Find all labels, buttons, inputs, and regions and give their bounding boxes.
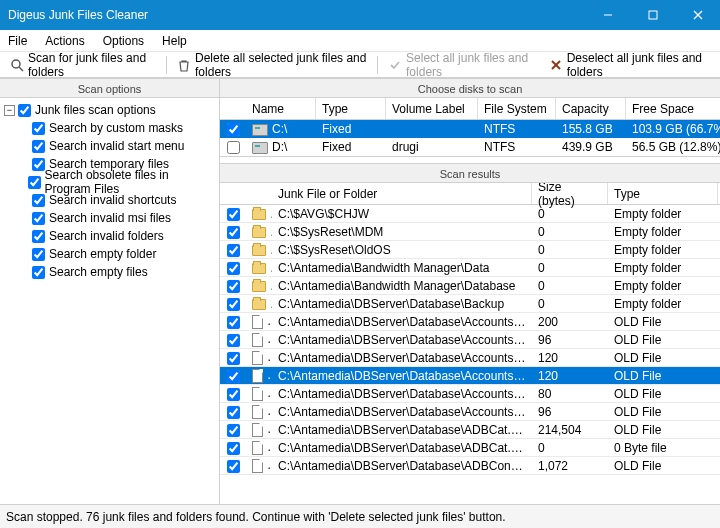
folder-icon [252, 245, 266, 256]
tree-item-check[interactable] [32, 194, 45, 207]
tree-item[interactable]: Search invalid msi files [4, 210, 215, 226]
result-check[interactable] [227, 262, 240, 275]
close-button[interactable] [675, 0, 720, 30]
titlebar: Digeus Junk Files Cleaner [0, 0, 720, 30]
tree-root-check[interactable] [18, 104, 31, 117]
disks-pane: Choose disks to scan Name Type Volume La… [220, 78, 720, 157]
minimize-button[interactable] [585, 0, 630, 30]
scan-options-header: Scan options [0, 78, 219, 98]
svg-point-4 [12, 60, 20, 68]
menu-actions[interactable]: Actions [45, 34, 84, 48]
tree-item[interactable]: Search invalid start menu [4, 138, 215, 154]
result-row[interactable]: C:\Antamedia\DBServer\Database\AccountsC… [220, 349, 720, 367]
tree-item-check[interactable] [32, 122, 45, 135]
result-row[interactable]: C:\Antamedia\DBServer\Database\Backup0Em… [220, 295, 720, 313]
folder-icon [252, 227, 266, 238]
tree-item-check[interactable] [32, 212, 45, 225]
results-pane: Scan results Junk File or Folder Size (b… [220, 163, 720, 504]
check-icon [388, 57, 402, 73]
result-check[interactable] [227, 406, 240, 419]
file-icon [252, 405, 263, 419]
file-icon [252, 423, 263, 437]
menu-file[interactable]: File [8, 34, 27, 48]
result-row[interactable]: C:\Antamedia\DBServer\Database\ADBCat.AD… [220, 439, 720, 457]
svg-rect-1 [649, 11, 657, 19]
result-row[interactable]: C:\Antamedia\DBServer\Database\AccountsH… [220, 367, 720, 385]
tree-item-check[interactable] [32, 140, 45, 153]
tree-item-check[interactable] [28, 176, 41, 189]
status-text: Scan stopped. 76 junk files and folders … [6, 510, 506, 524]
tree-item-check[interactable] [32, 230, 45, 243]
result-row[interactable]: C:\Antamedia\Bandwidth Manager\Data0Empt… [220, 259, 720, 277]
folder-icon [252, 209, 266, 220]
results-header: Scan results [220, 163, 720, 183]
result-check[interactable] [227, 334, 240, 347]
file-icon [252, 333, 263, 347]
tree-item-check[interactable] [32, 266, 45, 279]
file-icon [252, 441, 263, 455]
result-row[interactable]: C:\Antamedia\DBServer\Database\ADBCat.AD… [220, 421, 720, 439]
result-check[interactable] [227, 424, 240, 437]
tree-item[interactable]: Search empty folder [4, 246, 215, 262]
result-row[interactable]: C:\Antamedia\DBServer\Database\Accounts.… [220, 313, 720, 331]
result-check[interactable] [227, 388, 240, 401]
result-row[interactable]: C:\Antamedia\DBServer\Database\ADBConfig… [220, 457, 720, 475]
disk-check[interactable] [227, 141, 240, 154]
disk-check[interactable] [227, 123, 240, 136]
result-row[interactable]: C:\Antamedia\DBServer\Database\AccountsB… [220, 331, 720, 349]
result-check[interactable] [227, 352, 240, 365]
menu-help[interactable]: Help [162, 34, 187, 48]
result-check[interactable] [227, 316, 240, 329]
select-all-button[interactable]: Select all junk files and folders [384, 49, 541, 81]
file-icon [252, 369, 263, 383]
toolbar: Scan for junk files and folders Delete a… [0, 52, 720, 78]
result-check[interactable] [227, 280, 240, 293]
result-check[interactable] [227, 460, 240, 473]
folder-icon [252, 299, 266, 310]
result-row[interactable]: C:\Antamedia\DBServer\Database\AccountsT… [220, 403, 720, 421]
window-title: Digeus Junk Files Cleaner [8, 8, 585, 22]
folder-icon [252, 281, 266, 292]
menu-options[interactable]: Options [103, 34, 144, 48]
tree-item-check[interactable] [32, 158, 45, 171]
results-table-header: Junk File or Folder Size (bytes) Type [220, 183, 720, 205]
trash-icon [177, 57, 191, 73]
maximize-button[interactable] [630, 0, 675, 30]
file-icon [252, 387, 263, 401]
disks-table-header: Name Type Volume Label File System Capac… [220, 98, 720, 120]
disk-row[interactable]: D:\FixeddrugiNTFS439.9 GB56.5 GB (12.8%) [220, 138, 720, 156]
result-row[interactable]: C:\$SysReset\MDM0Empty folder [220, 223, 720, 241]
delete-button[interactable]: Delete all selected junk files and folde… [173, 49, 371, 81]
tree-item[interactable]: Search invalid folders [4, 228, 215, 244]
file-icon [252, 459, 263, 473]
scan-options-pane: Scan options − Junk files scan options S… [0, 78, 220, 504]
folder-icon [252, 263, 266, 274]
result-check[interactable] [227, 298, 240, 311]
scan-options-tree[interactable]: − Junk files scan options Search by cust… [0, 98, 219, 504]
result-row[interactable]: C:\Antamedia\DBServer\Database\AccountsM… [220, 385, 720, 403]
result-check[interactable] [227, 442, 240, 455]
disk-row[interactable]: C:\FixedNTFS155.8 GB103.9 GB (66.7%) [220, 120, 720, 138]
collapse-icon[interactable]: − [4, 105, 15, 116]
scan-button[interactable]: Scan for junk files and folders [6, 49, 160, 81]
result-check[interactable] [227, 208, 240, 221]
result-row[interactable]: C:\$SysReset\OldOS0Empty folder [220, 241, 720, 259]
search-icon [10, 57, 24, 73]
result-row[interactable]: C:\Antamedia\Bandwidth Manager\Database0… [220, 277, 720, 295]
result-check[interactable] [227, 370, 240, 383]
drive-icon [252, 142, 268, 154]
result-check[interactable] [227, 226, 240, 239]
tree-item[interactable]: Search by custom masks [4, 120, 215, 136]
tree-item[interactable]: Search obsolete files in Program Files [4, 174, 215, 190]
statusbar: Scan stopped. 76 junk files and folders … [0, 504, 720, 528]
tree-root[interactable]: − Junk files scan options [4, 102, 215, 118]
x-icon [550, 57, 563, 73]
result-check[interactable] [227, 244, 240, 257]
svg-line-5 [19, 67, 23, 71]
file-icon [252, 315, 263, 329]
result-row[interactable]: C:\$AVG\$CHJW0Empty folder [220, 205, 720, 223]
disks-header: Choose disks to scan [220, 78, 720, 98]
tree-item-check[interactable] [32, 248, 45, 261]
tree-item[interactable]: Search empty files [4, 264, 215, 280]
deselect-all-button[interactable]: Deselect all junk files and folders [546, 49, 714, 81]
